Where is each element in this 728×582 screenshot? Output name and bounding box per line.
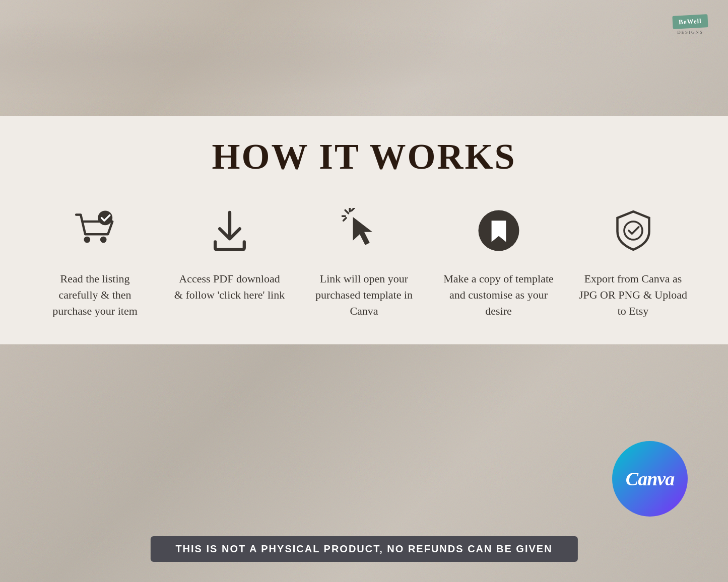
disclaimer-bar: THIS IS NOT A PHYSICAL PRODUCT, NO REFUN…: [150, 536, 577, 562]
download-icon: [202, 203, 257, 258]
texture-overlay: [0, 0, 728, 116]
step-3-text: Link will open your purchased template i…: [309, 271, 420, 319]
step-4-text: Make a copy of template and customise as…: [443, 271, 554, 319]
step-2-text: Access PDF download & follow 'click here…: [174, 271, 285, 303]
step-1: Read the listing carefully & then purcha…: [40, 203, 151, 319]
canva-label: Canva: [626, 468, 674, 490]
step-2: Access PDF download & follow 'click here…: [174, 203, 285, 303]
step-5: Export from Canva as JPG OR PNG & Upload…: [578, 203, 689, 319]
top-section: BeWell DESIGNS: [0, 0, 728, 116]
svg-point-2: [98, 210, 112, 225]
step-4: Make a copy of template and customise as…: [443, 203, 554, 319]
svg-line-9: [343, 218, 346, 221]
brand-logo: BeWell DESIGNS: [673, 15, 708, 35]
svg-point-0: [84, 237, 90, 243]
svg-point-11: [624, 222, 642, 240]
page-title: HOW IT WORKS: [30, 136, 698, 178]
shield-check-icon: [606, 203, 661, 258]
main-section: HOW IT WORKS Read the listi: [0, 116, 728, 344]
svg-marker-4: [353, 217, 372, 245]
svg-line-7: [351, 208, 354, 210]
cart-check-icon: [68, 203, 123, 258]
bookmark-circle-icon: [471, 203, 526, 258]
brand-sub: DESIGNS: [677, 30, 703, 35]
bottom-section: Canva THIS IS NOT A PHYSICAL PRODUCT, NO…: [0, 344, 728, 582]
svg-line-5: [345, 210, 348, 213]
canva-badge: Canva: [612, 441, 688, 517]
step-3: Link will open your purchased template i…: [309, 203, 420, 319]
brand-name: BeWell: [673, 14, 708, 29]
step-5-text: Export from Canva as JPG OR PNG & Upload…: [578, 271, 689, 319]
svg-point-1: [100, 237, 106, 243]
cursor-click-icon: [337, 203, 392, 258]
steps-row: Read the listing carefully & then purcha…: [30, 203, 698, 319]
page-layout: BeWell DESIGNS HOW IT WORKS: [0, 0, 728, 582]
step-1-text: Read the listing carefully & then purcha…: [40, 271, 151, 319]
